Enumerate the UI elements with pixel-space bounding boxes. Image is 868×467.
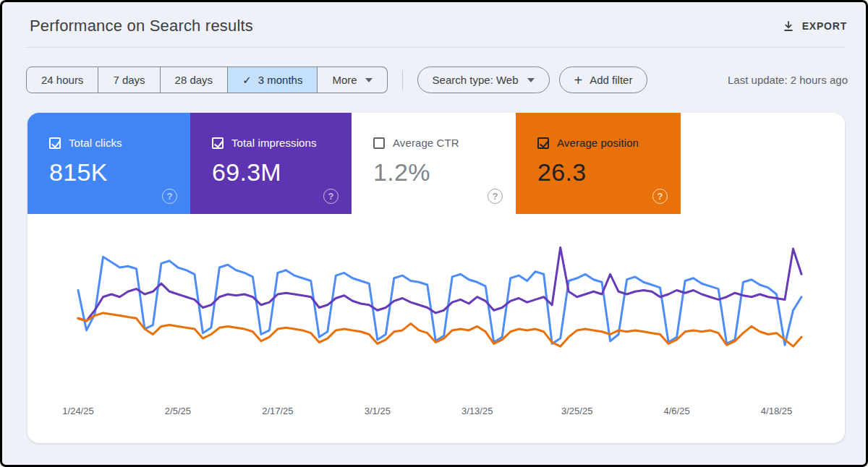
help-icon[interactable]: ? (162, 189, 177, 204)
export-button[interactable]: EXPORT (782, 20, 847, 33)
chevron-down-icon (527, 78, 535, 82)
metric-value: 69.3M (212, 158, 352, 187)
x-axis-label: 2/17/25 (262, 406, 293, 416)
search-type-label: Search type: Web (433, 74, 519, 86)
metric-value: 1.2% (373, 158, 516, 187)
help-icon[interactable]: ? (323, 189, 339, 204)
x-axis-label: 2/5/25 (165, 406, 191, 416)
filter-bar: ✓ 24 hours ✓ 7 days ✓ 28 days ✓ 3 months… (26, 67, 848, 93)
page-title: Performance on Search results (30, 17, 253, 35)
help-icon[interactable]: ? (488, 189, 503, 204)
line-impressions (78, 247, 801, 321)
chevron-down-icon (365, 78, 373, 82)
x-axis-label: 1/24/25 (62, 406, 93, 416)
date-range-more[interactable]: ✓ More (318, 67, 387, 93)
average-position-checkbox[interactable] (537, 137, 549, 149)
metric-label: Average position (557, 137, 639, 149)
metric-tiles: Total clicks 815K ? Total impressions 69… (27, 113, 845, 214)
add-filter-label: Add filter (590, 74, 632, 86)
metric-tile-total-clicks[interactable]: Total clicks 815K ? (27, 113, 190, 214)
metric-value: 26.3 (537, 158, 681, 187)
last-update-text: Last update: 2 hours ago (728, 74, 848, 86)
metric-label: Total impressions (231, 137, 317, 149)
chip-label: 7 days (113, 74, 145, 86)
metric-value: 815K (49, 158, 190, 187)
total-clicks-checkbox[interactable] (49, 137, 61, 149)
page: Performance on Search results EXPORT ✓ 2… (0, 0, 868, 467)
x-axis-label: 4/6/25 (664, 406, 690, 416)
line-position (78, 313, 801, 346)
date-range-7-days[interactable]: ✓ 7 days (98, 67, 160, 93)
header-divider (26, 47, 844, 48)
metric-label: Total clicks (69, 137, 122, 149)
plus-icon: + (574, 73, 583, 87)
divider (402, 70, 403, 90)
check-icon: ✓ (242, 74, 252, 87)
total-impressions-checkbox[interactable] (212, 137, 224, 149)
chip-label: 28 days (175, 74, 213, 86)
help-icon[interactable]: ? (652, 189, 668, 204)
average-ctr-checkbox[interactable] (373, 137, 385, 149)
metric-label: Average CTR (393, 137, 459, 149)
x-axis-label: 3/25/25 (561, 406, 592, 416)
x-axis-label: 4/18/25 (761, 406, 792, 416)
metric-tile-average-ctr[interactable]: Average CTR 1.2% ? (352, 113, 516, 214)
header: Performance on Search results EXPORT (2, 2, 866, 47)
download-icon (782, 20, 795, 33)
date-range-24-hours[interactable]: ✓ 24 hours (26, 67, 98, 93)
date-range-28-days[interactable]: ✓ 28 days (161, 67, 229, 93)
line-clicks (78, 257, 801, 345)
performance-line-chart[interactable]: 1/24/252/5/252/17/253/1/253/13/253/25/25… (27, 214, 845, 443)
chip-label: More (332, 74, 357, 86)
performance-card: Total clicks 815K ? Total impressions 69… (27, 113, 845, 443)
chart-area[interactable]: 1/24/252/5/252/17/253/1/253/13/253/25/25… (27, 214, 845, 443)
date-range-3-months[interactable]: ✓ 3 months (228, 67, 318, 93)
chip-label: 3 months (258, 74, 303, 86)
x-axis-label: 3/13/25 (461, 406, 493, 416)
add-filter-button[interactable]: + Add filter (559, 67, 648, 93)
metric-tile-total-impressions[interactable]: Total impressions 69.3M ? (190, 113, 352, 214)
date-range-group: ✓ 24 hours ✓ 7 days ✓ 28 days ✓ 3 months… (26, 67, 388, 93)
chip-label: 24 hours (41, 74, 83, 86)
metric-tile-average-position[interactable]: Average position 26.3 ? (516, 113, 681, 214)
export-label: EXPORT (802, 20, 847, 32)
search-type-dropdown[interactable]: Search type: Web (417, 67, 550, 93)
x-axis-label: 3/1/25 (365, 406, 391, 416)
